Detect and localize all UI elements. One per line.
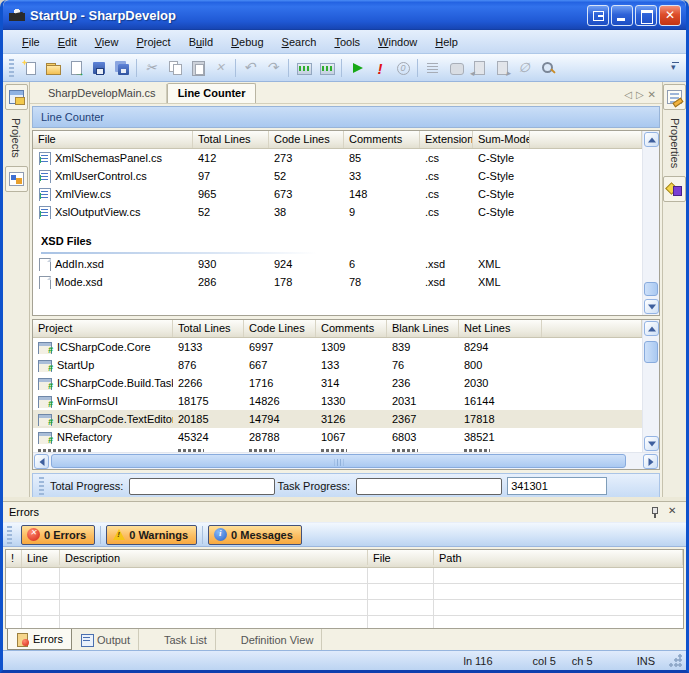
files-vertical-scrollbar[interactable]: [642, 131, 659, 315]
pad-tab-definition-view[interactable]: Definition View: [216, 629, 323, 650]
properties-pad-tab[interactable]: [663, 84, 686, 110]
table-row[interactable]: XmlUserControl.cs975233.csC-Style: [33, 167, 642, 185]
properties-pad-label[interactable]: Properties: [669, 114, 681, 172]
scroll-thumb[interactable]: [51, 454, 626, 468]
tab-line-counter[interactable]: Line Counter: [167, 83, 257, 103]
delete-button[interactable]: [209, 57, 232, 79]
table-row[interactable]: ICSharpCode.Build.Tasks22661716314236203…: [33, 374, 642, 392]
column-header-comments[interactable]: Comments: [316, 320, 387, 337]
menu-search[interactable]: Search: [273, 33, 326, 51]
tab-scroll-right-icon[interactable]: ▷: [636, 89, 644, 100]
resize-grip-icon[interactable]: [669, 654, 682, 667]
tools-pad-tab[interactable]: [663, 176, 686, 202]
column-header-sum-mode[interactable]: Sum-Mode: [473, 131, 530, 148]
pad-tab-task-list[interactable]: Task List: [139, 629, 216, 650]
table-row[interactable]: AddIn.xsd9309246.xsdXML: [33, 255, 642, 273]
close-button[interactable]: [659, 5, 681, 26]
open-button[interactable]: [41, 57, 64, 79]
column-header-code-lines[interactable]: Code Lines: [269, 131, 344, 148]
filter-button-0-messages[interactable]: 0 Messages: [208, 525, 302, 545]
table-row[interactable]: StartUp87666713376800: [33, 356, 642, 374]
copy-button[interactable]: [163, 57, 186, 79]
redo-button[interactable]: [262, 57, 285, 79]
scroll-up-button[interactable]: [644, 321, 659, 336]
table-row[interactable]: XmlSchemasPanel.cs41227385.csC-Style: [33, 149, 642, 167]
tab-close-icon[interactable]: ✕: [648, 89, 656, 100]
pin-icon[interactable]: [648, 506, 661, 519]
errors-toolbar-grip[interactable]: [7, 526, 12, 544]
column-header-total-lines[interactable]: Total Lines: [173, 320, 244, 337]
undo-button[interactable]: [239, 57, 262, 79]
table-row[interactable]: ICSharpCode.TextEditor201851479431262367…: [33, 410, 642, 428]
column-header-line[interactable]: Line: [22, 550, 60, 565]
column-header-extension[interactable]: Extension: [420, 131, 473, 148]
progress-row-grip[interactable]: [39, 477, 44, 495]
paste-button[interactable]: [186, 57, 209, 79]
run-button[interactable]: [345, 57, 368, 79]
menu-debug[interactable]: Debug: [222, 33, 272, 51]
scroll-right-button[interactable]: [643, 454, 658, 469]
bookmark-next-button[interactable]: [490, 57, 513, 79]
projects-pad-tab[interactable]: [5, 84, 28, 110]
column-header-blank-lines[interactable]: Blank Lines: [387, 320, 459, 337]
filter-button-0-warnings[interactable]: 0 Warnings: [106, 525, 197, 545]
menu-help[interactable]: Help: [426, 33, 467, 51]
column-header-code-lines[interactable]: Code Lines: [244, 320, 316, 337]
column-header-file[interactable]: File: [368, 550, 434, 565]
column-header-comments[interactable]: Comments: [344, 131, 420, 148]
scroll-down-button[interactable]: [644, 436, 659, 451]
build-button[interactable]: [292, 57, 315, 79]
menu-tools[interactable]: Tools: [325, 33, 369, 51]
column-header-[interactable]: !: [6, 550, 22, 565]
table-row[interactable]: NRefactory45324287881067680338521: [33, 428, 642, 446]
tab-scroll-left-icon[interactable]: ◁: [624, 89, 632, 100]
menu-view[interactable]: View: [86, 33, 128, 51]
column-header-project[interactable]: Project: [33, 320, 173, 337]
tab-sharpdevelopmain-cs[interactable]: SharpDevelopMain.cs: [38, 84, 167, 103]
open-with-button[interactable]: [64, 57, 87, 79]
table-row[interactable]: Mode.xsd28617878.xsdXML: [33, 273, 642, 291]
build-all-button[interactable]: [315, 57, 338, 79]
save-all-button[interactable]: [110, 57, 133, 79]
toolbar-grip[interactable]: [9, 59, 14, 77]
step-button[interactable]: [391, 57, 414, 79]
menu-edit[interactable]: Edit: [49, 33, 86, 51]
toolbar-overflow-icon[interactable]: [670, 58, 682, 78]
column-header-path[interactable]: Path: [434, 550, 683, 565]
projects-pad-label[interactable]: Projects: [10, 114, 22, 162]
projects-horizontal-scrollbar[interactable]: [33, 452, 659, 469]
menu-file[interactable]: File: [13, 33, 49, 51]
classes-pad-tab[interactable]: [5, 166, 28, 192]
scroll-thumb[interactable]: [644, 282, 658, 296]
table-row[interactable]: XmlView.cs965673148.csC-Style: [33, 185, 642, 203]
scroll-thumb[interactable]: [644, 341, 658, 363]
projects-vertical-scrollbar[interactable]: [642, 320, 659, 452]
maximize-button[interactable]: [635, 5, 657, 26]
scroll-up-button[interactable]: [644, 132, 659, 147]
comment-button[interactable]: [444, 57, 467, 79]
menu-window[interactable]: Window: [369, 33, 426, 51]
cut-button[interactable]: [140, 57, 163, 79]
minimize-button[interactable]: [611, 5, 633, 26]
abort-button[interactable]: [368, 57, 391, 79]
column-header-net-lines[interactable]: Net Lines: [459, 320, 542, 337]
menu-build[interactable]: Build: [180, 33, 222, 51]
filter-button-0-errors[interactable]: 0 Errors: [21, 525, 95, 545]
errors-close-icon[interactable]: [667, 506, 680, 519]
column-header-file[interactable]: File: [33, 131, 193, 148]
scroll-left-button[interactable]: [34, 454, 49, 469]
column-header-description[interactable]: Description: [60, 550, 368, 565]
scroll-down-button[interactable]: [644, 299, 659, 314]
bookmark-prev-button[interactable]: [467, 57, 490, 79]
table-row[interactable]: XslOutputView.cs52389.csC-Style: [33, 203, 642, 221]
table-row[interactable]: WinFormsUI18175148261330203116144: [33, 392, 642, 410]
clear-bookmarks-button[interactable]: [513, 57, 536, 79]
new-file-button[interactable]: [18, 57, 41, 79]
find-button[interactable]: [536, 57, 559, 79]
column-header-total-lines[interactable]: Total Lines: [193, 131, 269, 148]
outline-button[interactable]: [421, 57, 444, 79]
rollup-button[interactable]: [587, 5, 609, 26]
pad-tab-output[interactable]: Output: [72, 629, 139, 650]
menu-project[interactable]: Project: [127, 33, 179, 51]
save-button[interactable]: [87, 57, 110, 79]
